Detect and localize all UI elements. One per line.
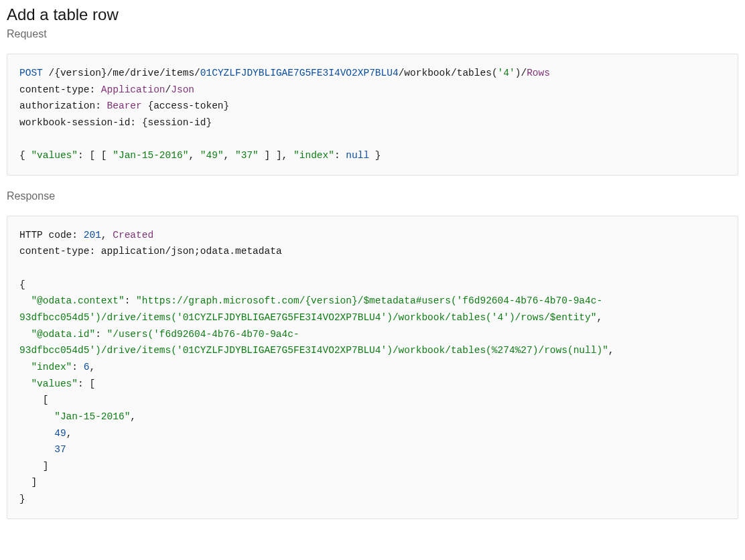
header-token: access-token bbox=[153, 100, 223, 111]
code-text: [ bbox=[43, 395, 49, 405]
header-name: content-type bbox=[19, 84, 89, 95]
code-text: / bbox=[194, 68, 200, 78]
item-id: 01CYZLFJDYBLIGAE7G5FE3I4VO2XP7BLU4 bbox=[200, 68, 399, 78]
code-text: content-type: bbox=[19, 246, 101, 257]
code-text: /{ bbox=[43, 68, 60, 78]
path-segment: Rows bbox=[527, 68, 550, 78]
json-value: "49" bbox=[200, 150, 224, 161]
code-text: ( bbox=[492, 68, 498, 78]
code-text: , bbox=[608, 345, 614, 356]
code-text: : { bbox=[130, 117, 147, 128]
code-text: } bbox=[224, 100, 230, 111]
code-text: : [ [ bbox=[78, 150, 113, 161]
code-text: ] ], bbox=[259, 150, 293, 161]
code-text: { bbox=[142, 100, 153, 111]
json-value: 37 bbox=[54, 444, 66, 455]
code-text: , bbox=[89, 362, 95, 372]
json-key: "values" bbox=[31, 378, 78, 389]
header-value: odata bbox=[200, 246, 230, 257]
header-value: metadata bbox=[235, 246, 282, 257]
code-text: : bbox=[125, 295, 136, 306]
code-text: / bbox=[165, 84, 172, 95]
json-key: "index" bbox=[31, 362, 72, 372]
json-key: "@odata.context" bbox=[31, 295, 124, 306]
json-key: "@odata.id" bbox=[31, 329, 95, 340]
http-status-code: 201 bbox=[84, 230, 101, 240]
code-text: } bbox=[19, 494, 25, 504]
request-label: Request bbox=[7, 28, 738, 40]
code-text: HTTP bbox=[19, 230, 43, 240]
json-value: "37" bbox=[235, 150, 259, 161]
code-text: : bbox=[95, 329, 107, 340]
code-text: / bbox=[165, 246, 172, 257]
json-value: 49 bbox=[54, 428, 66, 439]
header-name: workbook-session-id bbox=[19, 117, 130, 128]
response-label: Response bbox=[7, 190, 738, 202]
code-text: { bbox=[19, 150, 31, 161]
json-value: "Jan-15-2016" bbox=[54, 411, 130, 422]
json-value: "Jan-15-2016" bbox=[113, 150, 188, 161]
code-text: }/ bbox=[101, 68, 113, 78]
path-segment: me bbox=[113, 68, 124, 78]
code-text: )/ bbox=[515, 68, 527, 78]
code-text: . bbox=[229, 246, 235, 257]
path-segment: workbook bbox=[404, 68, 451, 78]
code-text: , bbox=[130, 411, 136, 422]
json-key: "values" bbox=[31, 150, 78, 161]
path-segment: drive bbox=[130, 68, 159, 78]
header-value: application bbox=[101, 246, 165, 257]
code-text: : bbox=[95, 100, 107, 111]
code-text: : [ bbox=[78, 378, 95, 389]
json-value: "/users('f6d92604-4b76-4b70-9a4c-93dfbcc… bbox=[19, 329, 608, 356]
code-text: { bbox=[19, 279, 25, 290]
code-text: } bbox=[369, 150, 381, 161]
table-id: '4' bbox=[498, 68, 515, 78]
path-segment: items bbox=[165, 68, 195, 78]
header-name: authorization bbox=[19, 100, 95, 111]
code-text: : bbox=[334, 150, 346, 161]
code-text: ] bbox=[43, 461, 49, 472]
http-method: POST bbox=[19, 68, 43, 78]
header-value: json bbox=[171, 246, 194, 257]
code-text: , bbox=[224, 150, 235, 161]
code-text: : bbox=[89, 84, 100, 95]
code-text: ] bbox=[31, 477, 37, 488]
code-text: , bbox=[101, 230, 113, 240]
http-status-text: Created bbox=[113, 230, 153, 240]
code-text: / bbox=[451, 68, 457, 78]
header-value: Bearer bbox=[107, 100, 142, 111]
code-text: , bbox=[596, 312, 602, 323]
request-code-block: POST /{version}/me/drive/items/01CYZLFJD… bbox=[7, 54, 738, 176]
section-heading: Add a table row bbox=[7, 5, 738, 24]
response-code-block: HTTP code: 201, Created content-type: ap… bbox=[7, 216, 738, 519]
header-session-id: session-id bbox=[147, 117, 206, 128]
header-value: Application bbox=[101, 84, 165, 95]
code-text: version bbox=[60, 68, 101, 78]
code-text: : bbox=[72, 362, 83, 372]
code-text: , bbox=[66, 428, 72, 439]
code-text: , bbox=[188, 150, 200, 161]
header-value: Json bbox=[171, 84, 194, 95]
path-segment: tables bbox=[457, 68, 492, 78]
code-text: ; bbox=[194, 246, 200, 257]
code-text: / bbox=[159, 68, 165, 78]
json-null: null bbox=[346, 150, 369, 161]
json-key: "index" bbox=[293, 150, 334, 161]
code-text: code: bbox=[43, 230, 84, 240]
code-text: } bbox=[206, 117, 212, 128]
